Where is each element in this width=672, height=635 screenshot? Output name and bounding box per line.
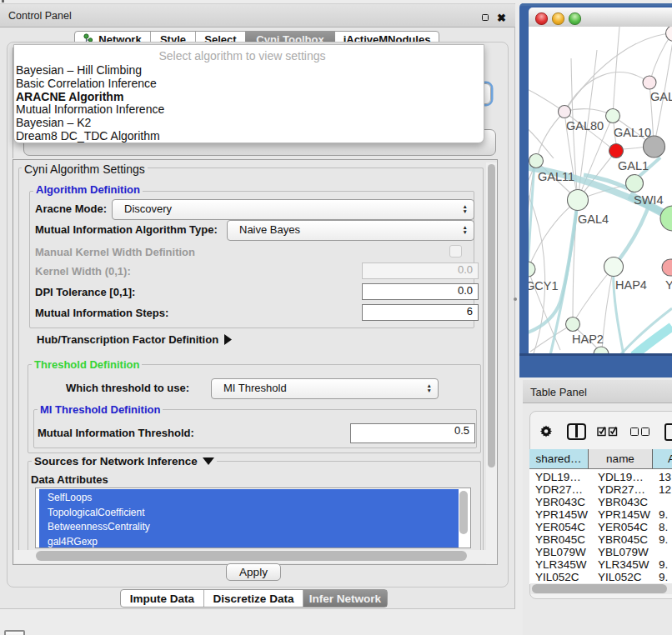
svg-text:HAP2: HAP2 [572, 332, 604, 346]
svg-text:Y: Y [665, 278, 672, 292]
svg-text:GAL80: GAL80 [566, 119, 604, 132]
svg-text:GAL4: GAL4 [578, 212, 609, 226]
svg-text:GAL11: GAL11 [538, 170, 574, 183]
svg-text:GAL1: GAL1 [618, 159, 649, 172]
svg-text:GCY1: GCY1 [529, 279, 559, 292]
svg-text:GAL10: GAL10 [614, 126, 651, 139]
svg-text:SWI4: SWI4 [634, 193, 663, 207]
svg-text:GAL7: GAL7 [650, 90, 672, 103]
svg-text:HAP4: HAP4 [615, 278, 647, 292]
